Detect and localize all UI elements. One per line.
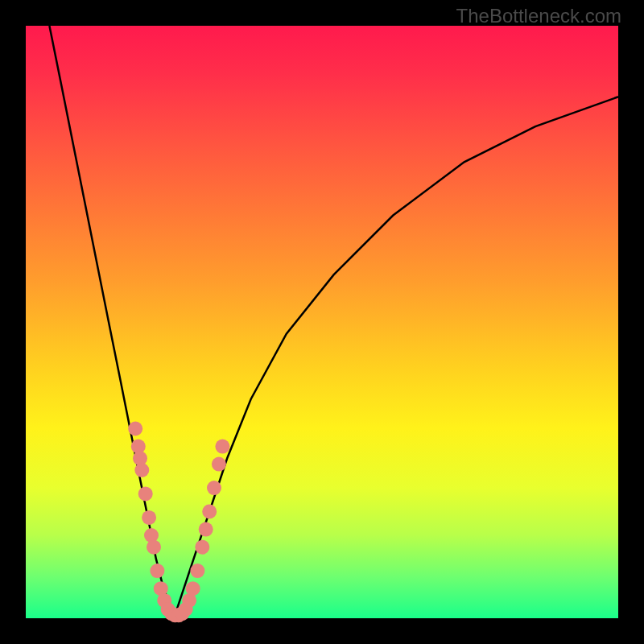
- curve-right-branch: [174, 97, 618, 618]
- chart-frame: TheBottleneck.com: [0, 0, 644, 644]
- data-point: [138, 486, 153, 501]
- data-point: [195, 540, 209, 555]
- data-point: [215, 440, 229, 454]
- data-point: [199, 522, 213, 537]
- data-point: [128, 422, 142, 436]
- data-point: [147, 540, 161, 555]
- data-point: [190, 564, 204, 578]
- data-point: [207, 481, 221, 495]
- chart-svg: [0, 0, 644, 644]
- data-point: [134, 463, 149, 477]
- data-point: [186, 581, 200, 596]
- data-point: [150, 564, 164, 578]
- data-point: [212, 457, 226, 472]
- data-point: [202, 505, 217, 519]
- data-point: [142, 510, 156, 525]
